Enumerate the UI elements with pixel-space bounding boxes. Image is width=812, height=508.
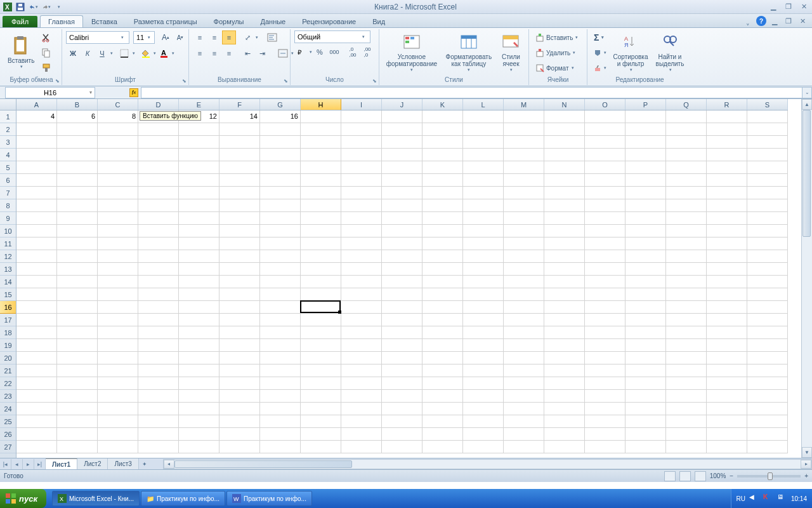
italic-button[interactable]: К xyxy=(81,46,95,60)
cell-O1[interactable] xyxy=(585,110,625,123)
cell-N22[interactable] xyxy=(544,377,585,390)
cell-O10[interactable] xyxy=(585,225,625,237)
cell-B12[interactable] xyxy=(57,250,98,263)
cell-E3[interactable] xyxy=(179,136,219,149)
cell-O8[interactable] xyxy=(585,199,625,212)
cell-I8[interactable] xyxy=(341,199,382,212)
cell-D16[interactable] xyxy=(138,301,179,314)
cell-N14[interactable] xyxy=(544,276,585,288)
row-header-20[interactable]: 20 xyxy=(0,352,16,364)
align-bottom-button[interactable]: ≡ xyxy=(222,30,236,44)
cell-J23[interactable] xyxy=(382,390,422,403)
cell-H3[interactable] xyxy=(301,136,341,149)
cell-I18[interactable] xyxy=(341,326,382,339)
cell-I26[interactable] xyxy=(341,428,382,441)
cell-A7[interactable] xyxy=(16,187,57,199)
select-all-corner[interactable] xyxy=(0,99,16,110)
cell-O21[interactable] xyxy=(585,364,625,377)
row-header-1[interactable]: 1 xyxy=(0,110,16,123)
spreadsheet-grid[interactable]: Вставить функцию 46810121416 xyxy=(16,110,801,458)
cell-F11[interactable] xyxy=(219,237,260,250)
col-header-C[interactable]: C xyxy=(98,99,138,110)
cell-I15[interactable] xyxy=(341,288,382,301)
cell-G5[interactable] xyxy=(260,161,301,174)
percent-button[interactable]: % xyxy=(313,45,327,59)
cell-A9[interactable] xyxy=(16,212,57,225)
cell-G7[interactable] xyxy=(260,187,301,199)
cell-H23[interactable] xyxy=(301,390,341,403)
cell-D18[interactable] xyxy=(138,326,179,339)
format-cells-button[interactable]: Формат▾ xyxy=(533,61,580,75)
delete-cells-button[interactable]: Удалить▾ xyxy=(533,46,580,60)
cell-E17[interactable] xyxy=(179,314,219,326)
zoom-in-button[interactable]: + xyxy=(804,472,808,479)
cell-N24[interactable] xyxy=(544,403,585,415)
cell-Q8[interactable] xyxy=(666,199,707,212)
cell-R24[interactable] xyxy=(707,403,747,415)
cell-D21[interactable] xyxy=(138,364,179,377)
cell-M8[interactable] xyxy=(504,199,544,212)
cell-D22[interactable] xyxy=(138,377,179,390)
cell-E19[interactable] xyxy=(179,339,219,352)
cell-F25[interactable] xyxy=(219,415,260,428)
cell-F2[interactable] xyxy=(219,123,260,136)
cell-G2[interactable] xyxy=(260,123,301,136)
cell-C13[interactable] xyxy=(98,263,138,276)
cell-B3[interactable] xyxy=(57,136,98,149)
cell-E12[interactable] xyxy=(179,250,219,263)
cell-R5[interactable] xyxy=(707,161,747,174)
qat-customize-icon[interactable]: ▾ xyxy=(53,2,63,12)
cell-A10[interactable] xyxy=(16,225,57,237)
cell-K1[interactable] xyxy=(422,110,463,123)
cell-N11[interactable] xyxy=(544,237,585,250)
excel-icon[interactable]: X xyxy=(3,2,13,12)
cell-E16[interactable] xyxy=(179,301,219,314)
cell-N6[interactable] xyxy=(544,174,585,187)
cell-R19[interactable] xyxy=(707,339,747,352)
taskbar-item-2[interactable]: WПрактикум по инфо... xyxy=(226,491,312,506)
cell-Q26[interactable] xyxy=(666,428,707,441)
cell-R26[interactable] xyxy=(707,428,747,441)
cell-C18[interactable] xyxy=(98,326,138,339)
ribbon-tab-3[interactable]: Формулы xyxy=(206,15,252,27)
cell-E9[interactable] xyxy=(179,212,219,225)
cell-P8[interactable] xyxy=(625,199,666,212)
cell-K16[interactable] xyxy=(422,301,463,314)
col-header-M[interactable]: M xyxy=(504,99,544,110)
cell-N25[interactable] xyxy=(544,415,585,428)
cell-D20[interactable] xyxy=(138,352,179,364)
cell-H6[interactable] xyxy=(301,174,341,187)
ribbon-tab-6[interactable]: Вид xyxy=(364,15,393,27)
underline-button[interactable]: Ч xyxy=(95,46,109,60)
cell-Q15[interactable] xyxy=(666,288,707,301)
row-header-21[interactable]: 21 xyxy=(0,364,16,377)
cell-F21[interactable] xyxy=(219,364,260,377)
scroll-up-button[interactable]: ▲ xyxy=(802,99,812,110)
cell-R1[interactable] xyxy=(707,110,747,123)
cell-E8[interactable] xyxy=(179,199,219,212)
cell-B16[interactable] xyxy=(57,301,98,314)
cell-J15[interactable] xyxy=(382,288,422,301)
cell-L12[interactable] xyxy=(463,250,504,263)
clock[interactable]: 10:14 xyxy=(791,495,807,502)
cell-A19[interactable] xyxy=(16,339,57,352)
cell-H11[interactable] xyxy=(301,237,341,250)
cell-H12[interactable] xyxy=(301,250,341,263)
doc-minimize-button[interactable]: ▁ xyxy=(769,17,780,25)
cell-N4[interactable] xyxy=(544,149,585,161)
cell-E6[interactable] xyxy=(179,174,219,187)
sort-filter-button[interactable]: АЯ Сортировка и фильтр ▾ xyxy=(612,30,650,74)
cell-O18[interactable] xyxy=(585,326,625,339)
cell-D17[interactable] xyxy=(138,314,179,326)
cell-Q10[interactable] xyxy=(666,225,707,237)
cell-G18[interactable] xyxy=(260,326,301,339)
cell-R9[interactable] xyxy=(707,212,747,225)
cell-N10[interactable] xyxy=(544,225,585,237)
cell-O25[interactable] xyxy=(585,415,625,428)
cell-Q12[interactable] xyxy=(666,250,707,263)
cell-A18[interactable] xyxy=(16,326,57,339)
cell-M25[interactable] xyxy=(504,415,544,428)
cell-O23[interactable] xyxy=(585,390,625,403)
row-header-12[interactable]: 12 xyxy=(0,250,16,263)
cell-I22[interactable] xyxy=(341,377,382,390)
